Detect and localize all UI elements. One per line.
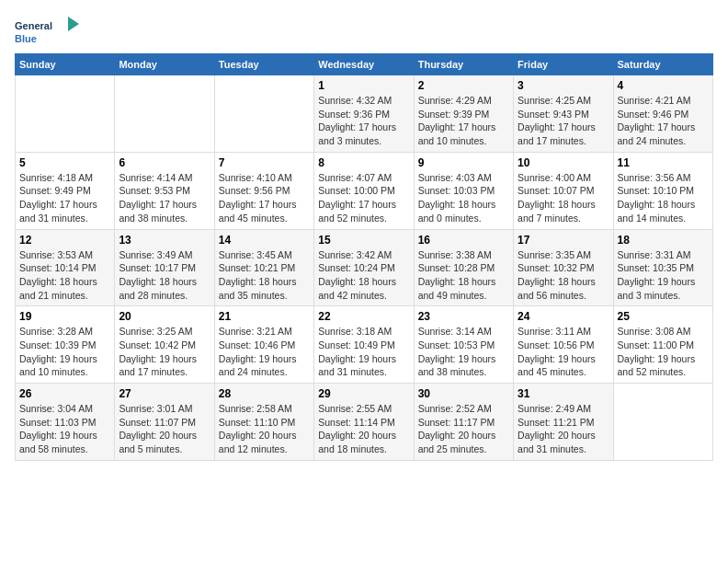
calendar-cell: 2Sunrise: 4:29 AMSunset: 9:39 PMDaylight… <box>414 75 513 153</box>
day-info: Sunrise: 4:29 AMSunset: 9:39 PMDaylight:… <box>418 94 509 148</box>
calendar-cell: 16Sunrise: 3:38 AMSunset: 10:28 PMDaylig… <box>414 229 513 306</box>
day-info: Sunrise: 2:52 AMSunset: 11:17 PMDaylight… <box>418 402 509 456</box>
calendar-cell: 11Sunrise: 3:56 AMSunset: 10:10 PMDaylig… <box>613 152 712 229</box>
calendar-cell: 14Sunrise: 3:45 AMSunset: 10:21 PMDaylig… <box>214 229 313 306</box>
logo: General Blue <box>15 15 81 44</box>
header-monday: Monday <box>115 54 214 75</box>
calendar-week-row: 26Sunrise: 3:04 AMSunset: 11:03 PMDaylig… <box>16 384 713 461</box>
day-info: Sunrise: 4:25 AMSunset: 9:43 PMDaylight:… <box>518 94 609 148</box>
day-info: Sunrise: 3:49 AMSunset: 10:17 PMDaylight… <box>119 248 210 303</box>
calendar-cell: 8Sunrise: 4:07 AMSunset: 10:00 PMDayligh… <box>314 152 414 229</box>
day-info: Sunrise: 4:21 AMSunset: 9:46 PMDaylight:… <box>618 94 709 148</box>
day-number: 21 <box>219 310 310 323</box>
day-info: Sunrise: 2:58 AMSunset: 11:10 PMDaylight… <box>219 402 310 456</box>
day-info: Sunrise: 3:38 AMSunset: 10:28 PMDaylight… <box>418 248 509 303</box>
day-number: 3 <box>518 79 609 92</box>
calendar-cell <box>613 384 712 461</box>
day-number: 29 <box>318 387 409 400</box>
calendar-cell <box>214 75 313 153</box>
day-info: Sunrise: 4:14 AMSunset: 9:53 PMDaylight:… <box>119 171 210 225</box>
day-info: Sunrise: 3:42 AMSunset: 10:24 PMDaylight… <box>318 248 409 303</box>
day-number: 7 <box>219 156 310 169</box>
day-number: 24 <box>518 310 609 323</box>
day-info: Sunrise: 3:31 AMSunset: 10:35 PMDaylight… <box>618 248 709 303</box>
day-number: 15 <box>318 234 409 247</box>
day-info: Sunrise: 4:00 AMSunset: 10:07 PMDaylight… <box>518 171 609 225</box>
day-number: 14 <box>219 234 310 247</box>
calendar-cell: 23Sunrise: 3:14 AMSunset: 10:53 PMDaylig… <box>414 306 513 384</box>
logo-icon: General Blue <box>15 15 81 44</box>
calendar-cell <box>16 75 115 153</box>
day-info: Sunrise: 3:21 AMSunset: 10:46 PMDaylight… <box>219 325 310 379</box>
day-number: 18 <box>618 234 709 247</box>
svg-marker-2 <box>68 17 79 31</box>
calendar-cell: 31Sunrise: 2:49 AMSunset: 11:21 PMDaylig… <box>514 384 613 461</box>
day-number: 20 <box>119 310 210 323</box>
calendar-cell: 27Sunrise: 3:01 AMSunset: 11:07 PMDaylig… <box>115 384 214 461</box>
page-header: General Blue <box>15 15 713 44</box>
calendar-cell: 17Sunrise: 3:35 AMSunset: 10:32 PMDaylig… <box>514 229 613 306</box>
day-info: Sunrise: 4:32 AMSunset: 9:36 PMDaylight:… <box>318 94 409 148</box>
day-number: 12 <box>19 234 110 247</box>
calendar-week-row: 19Sunrise: 3:28 AMSunset: 10:39 PMDaylig… <box>16 306 713 384</box>
calendar-cell: 29Sunrise: 2:55 AMSunset: 11:14 PMDaylig… <box>314 384 414 461</box>
calendar-cell: 1Sunrise: 4:32 AMSunset: 9:36 PMDaylight… <box>314 75 414 153</box>
header-sunday: Sunday <box>16 54 115 75</box>
calendar-cell <box>115 75 214 153</box>
calendar-cell: 21Sunrise: 3:21 AMSunset: 10:46 PMDaylig… <box>214 306 313 384</box>
svg-text:General: General <box>15 20 52 31</box>
calendar-cell: 20Sunrise: 3:25 AMSunset: 10:42 PMDaylig… <box>115 306 214 384</box>
day-info: Sunrise: 3:01 AMSunset: 11:07 PMDaylight… <box>119 402 210 456</box>
calendar-cell: 5Sunrise: 4:18 AMSunset: 9:49 PMDaylight… <box>16 152 115 229</box>
day-info: Sunrise: 4:07 AMSunset: 10:00 PMDaylight… <box>318 171 409 225</box>
header-saturday: Saturday <box>613 54 712 75</box>
day-number: 27 <box>119 387 210 400</box>
header-wednesday: Wednesday <box>314 54 414 75</box>
day-number: 19 <box>19 310 110 323</box>
day-number: 13 <box>119 234 210 247</box>
day-info: Sunrise: 3:35 AMSunset: 10:32 PMDaylight… <box>518 248 609 303</box>
calendar-cell: 30Sunrise: 2:52 AMSunset: 11:17 PMDaylig… <box>414 384 513 461</box>
calendar-cell: 9Sunrise: 4:03 AMSunset: 10:03 PMDayligh… <box>414 152 513 229</box>
day-info: Sunrise: 3:25 AMSunset: 10:42 PMDaylight… <box>119 325 210 379</box>
day-number: 23 <box>418 310 509 323</box>
day-info: Sunrise: 2:49 AMSunset: 11:21 PMDaylight… <box>518 402 609 456</box>
day-number: 8 <box>318 156 409 169</box>
day-info: Sunrise: 3:08 AMSunset: 11:00 PMDaylight… <box>618 325 709 379</box>
day-info: Sunrise: 3:45 AMSunset: 10:21 PMDaylight… <box>219 248 310 303</box>
day-number: 5 <box>19 156 110 169</box>
day-info: Sunrise: 3:28 AMSunset: 10:39 PMDaylight… <box>19 325 110 379</box>
day-number: 28 <box>219 387 310 400</box>
calendar-cell: 19Sunrise: 3:28 AMSunset: 10:39 PMDaylig… <box>16 306 115 384</box>
day-number: 30 <box>418 387 509 400</box>
day-info: Sunrise: 4:10 AMSunset: 9:56 PMDaylight:… <box>219 171 310 225</box>
calendar-cell: 28Sunrise: 2:58 AMSunset: 11:10 PMDaylig… <box>214 384 313 461</box>
day-info: Sunrise: 3:56 AMSunset: 10:10 PMDaylight… <box>618 171 709 225</box>
day-info: Sunrise: 3:11 AMSunset: 10:56 PMDaylight… <box>518 325 609 379</box>
day-info: Sunrise: 2:55 AMSunset: 11:14 PMDaylight… <box>318 402 409 456</box>
calendar-cell: 12Sunrise: 3:53 AMSunset: 10:14 PMDaylig… <box>16 229 115 306</box>
day-number: 26 <box>19 387 110 400</box>
day-number: 17 <box>518 234 609 247</box>
calendar-header-row: SundayMondayTuesdayWednesdayThursdayFrid… <box>16 54 713 75</box>
header-thursday: Thursday <box>414 54 513 75</box>
day-number: 31 <box>518 387 609 400</box>
calendar-cell: 3Sunrise: 4:25 AMSunset: 9:43 PMDaylight… <box>514 75 613 153</box>
calendar-week-row: 12Sunrise: 3:53 AMSunset: 10:14 PMDaylig… <box>16 229 713 306</box>
day-number: 16 <box>418 234 509 247</box>
calendar-cell: 26Sunrise: 3:04 AMSunset: 11:03 PMDaylig… <box>16 384 115 461</box>
calendar-table: SundayMondayTuesdayWednesdayThursdayFrid… <box>15 53 713 461</box>
svg-text:Blue: Blue <box>15 33 37 44</box>
calendar-week-row: 1Sunrise: 4:32 AMSunset: 9:36 PMDaylight… <box>16 75 713 153</box>
calendar-cell: 7Sunrise: 4:10 AMSunset: 9:56 PMDaylight… <box>214 152 313 229</box>
day-info: Sunrise: 3:04 AMSunset: 11:03 PMDaylight… <box>19 402 110 456</box>
header-tuesday: Tuesday <box>214 54 313 75</box>
day-number: 2 <box>418 79 509 92</box>
calendar-cell: 18Sunrise: 3:31 AMSunset: 10:35 PMDaylig… <box>613 229 712 306</box>
day-info: Sunrise: 3:18 AMSunset: 10:49 PMDaylight… <box>318 325 409 379</box>
day-info: Sunrise: 3:53 AMSunset: 10:14 PMDaylight… <box>19 248 110 303</box>
day-number: 22 <box>318 310 409 323</box>
day-number: 6 <box>119 156 210 169</box>
calendar-cell: 25Sunrise: 3:08 AMSunset: 11:00 PMDaylig… <box>613 306 712 384</box>
day-number: 25 <box>618 310 709 323</box>
